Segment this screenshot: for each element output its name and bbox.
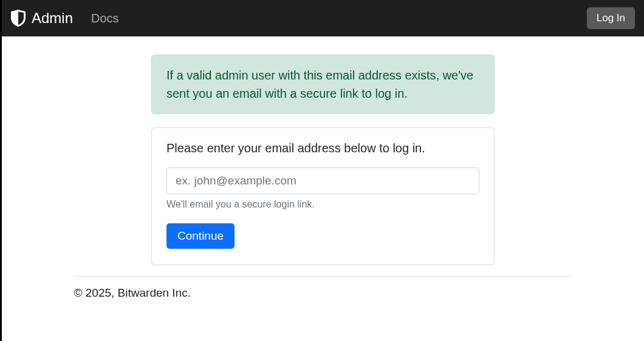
brand-text: Admin — [32, 10, 73, 27]
login-card: Please enter your email address below to… — [151, 127, 495, 265]
login-button[interactable]: Log In — [587, 7, 635, 29]
footer-divider — [74, 276, 572, 277]
email-field[interactable] — [166, 167, 479, 194]
navbar: Admin Docs Log In — [2, 0, 644, 36]
brand-link[interactable]: Admin — [11, 10, 73, 27]
success-alert: If a valid admin user with this email ad… — [151, 55, 495, 114]
help-text: We'll email you a secure login link. — [166, 199, 479, 210]
continue-button[interactable]: Continue — [166, 223, 235, 249]
login-card-title: Please enter your email address below to… — [166, 141, 479, 155]
docs-link[interactable]: Docs — [91, 12, 119, 25]
shield-icon — [11, 10, 26, 27]
footer-copyright: © 2025, Bitwarden Inc. — [74, 286, 572, 300]
